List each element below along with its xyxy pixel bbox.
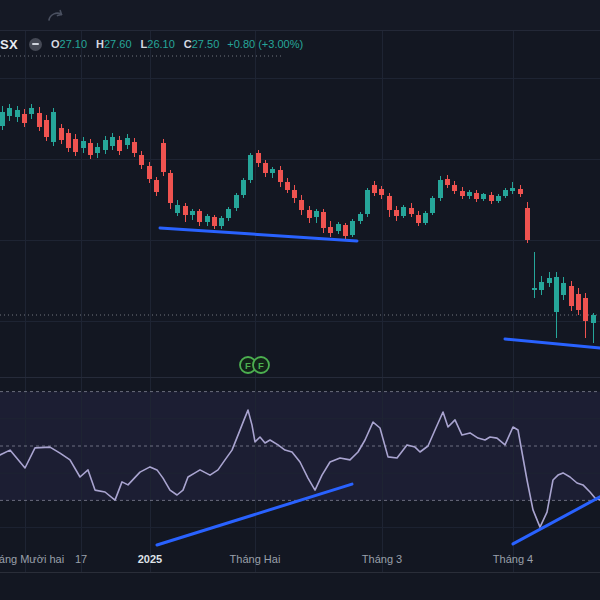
candle-down	[525, 208, 530, 240]
candle-up	[190, 211, 195, 215]
chart-canvas[interactable]: FFTháng Mười hai172025Tháng HaiTháng 3Th…	[0, 0, 600, 600]
candle-up	[7, 108, 12, 116]
low-value: 26.10	[147, 38, 175, 50]
candle-up	[350, 221, 355, 235]
minus-icon	[32, 43, 39, 45]
candle-up	[438, 180, 443, 198]
candle-down	[139, 155, 144, 165]
candle-up	[103, 140, 108, 150]
candle-down	[583, 298, 588, 321]
candle-down	[307, 210, 312, 218]
candle-down	[117, 140, 122, 151]
ohlc-low: L26.10	[141, 38, 175, 50]
candle-down	[379, 189, 384, 195]
candle-up	[503, 190, 508, 196]
candle-down	[88, 143, 93, 155]
candle-down	[518, 189, 523, 194]
candle-down	[197, 211, 202, 222]
top-toolbar	[0, 0, 600, 31]
candle-down	[372, 185, 377, 193]
candle-down	[183, 206, 188, 215]
candle-down	[263, 163, 268, 173]
candle-up	[532, 288, 537, 290]
candle-down	[161, 143, 166, 172]
chart-background	[0, 0, 600, 600]
candle-down	[285, 182, 290, 190]
candle-down	[22, 114, 27, 123]
candle-up	[29, 108, 34, 114]
candle-down	[73, 139, 78, 152]
candle-up	[365, 190, 370, 214]
high-value: 27.60	[104, 38, 132, 50]
candle-up	[15, 110, 20, 117]
candle-down	[256, 153, 261, 163]
symbol-legend: SX O27.10 H27.60 L26.10 C27.50 +0.80 (+3…	[0, 36, 303, 52]
candle-down	[394, 210, 399, 216]
candle-up	[430, 198, 435, 213]
candle-down	[387, 196, 392, 210]
candle-up	[241, 180, 246, 195]
candle-up	[81, 141, 86, 148]
time-axis-label[interactable]: 2025	[138, 553, 162, 565]
candle-up	[314, 211, 319, 217]
time-axis-label[interactable]: Tháng 4	[493, 553, 533, 565]
candle-down	[59, 128, 64, 140]
candle-down	[416, 215, 421, 223]
financial-report-badge-letter: F	[258, 360, 264, 371]
candle-down	[460, 191, 465, 196]
candle-up	[539, 282, 544, 290]
candle-down	[37, 113, 42, 127]
financial-report-badge-letter: F	[245, 360, 251, 371]
candle-down	[168, 173, 173, 203]
candle-down	[212, 217, 217, 226]
candle-up	[270, 169, 275, 173]
time-axis-label[interactable]: Tháng 3	[362, 553, 402, 565]
time-axis-label[interactable]: 17	[75, 553, 87, 565]
candle-down	[154, 180, 159, 192]
redo-arrow-icon[interactable]	[46, 5, 66, 25]
candle-down	[343, 225, 348, 236]
ohlc-open: O27.10	[51, 38, 87, 50]
candle-up	[510, 188, 515, 191]
candle-down	[66, 133, 71, 148]
candle-down	[328, 227, 333, 233]
candle-down	[147, 166, 152, 179]
change-value: +0.80 (+3.00%)	[227, 38, 303, 50]
candle-up	[205, 216, 210, 222]
candle-up	[125, 138, 130, 145]
candle-up	[401, 207, 406, 216]
candle-up	[110, 137, 115, 146]
high-label: H	[96, 38, 104, 50]
candle-up	[481, 194, 486, 199]
candle-down	[278, 170, 283, 182]
ticker-symbol[interactable]: SX	[0, 37, 18, 52]
open-value: 27.10	[60, 38, 88, 50]
trading-chart-window: FFTháng Mười hai172025Tháng HaiTháng 3Th…	[0, 0, 600, 600]
candle-up	[561, 283, 566, 295]
candle-up	[467, 192, 472, 196]
open-label: O	[51, 38, 60, 50]
ohlc-close: C27.50	[184, 38, 219, 50]
candle-down	[321, 212, 326, 228]
candle-up	[496, 196, 501, 201]
close-value: 27.50	[192, 38, 220, 50]
hide-symbol-icon[interactable]	[29, 38, 42, 51]
candle-down	[452, 185, 457, 191]
candle-up	[336, 224, 341, 231]
candle-down	[409, 208, 414, 214]
candle-down	[292, 190, 297, 198]
time-axis-label[interactable]: Tháng Mười hai	[0, 553, 64, 565]
candle-up	[0, 112, 5, 126]
candle-up	[358, 214, 363, 221]
candle-up	[51, 112, 56, 142]
candle-down	[569, 286, 574, 306]
candle-down	[44, 120, 49, 137]
candle-down	[445, 179, 450, 185]
candle-up	[226, 209, 231, 218]
candle-down	[474, 193, 479, 199]
time-axis-label[interactable]: Tháng Hai	[230, 553, 281, 565]
candle-down	[299, 200, 304, 210]
candle-up	[248, 155, 253, 180]
candle-down	[576, 294, 581, 310]
candle-down	[489, 195, 494, 201]
